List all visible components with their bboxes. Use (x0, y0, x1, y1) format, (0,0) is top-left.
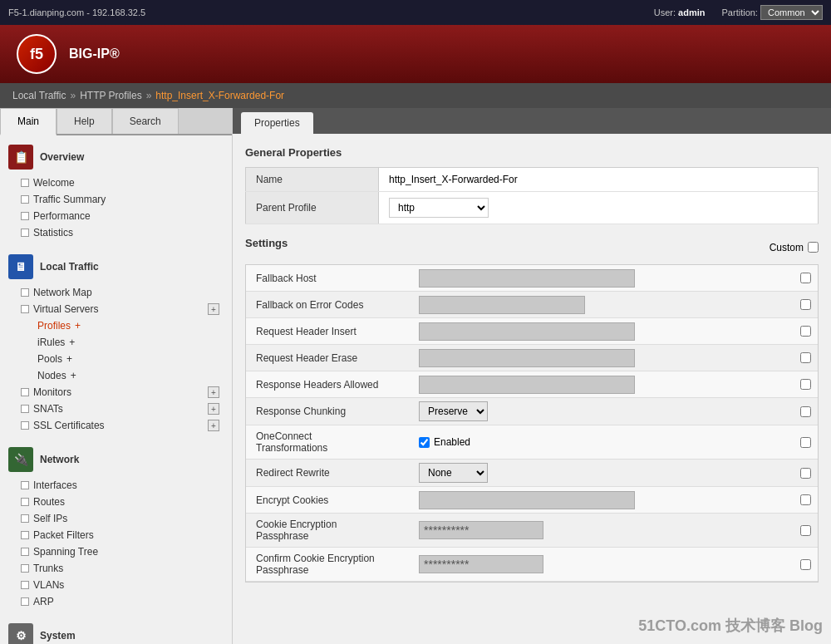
sidebar-item-vlans[interactable]: VLANs (0, 577, 232, 593)
select-redirect-rewrite[interactable]: None All Matching (419, 463, 488, 483)
row-oneconnect: OneConnectTransformations Enabled (246, 425, 818, 460)
check-redirect-rewrite (793, 468, 818, 479)
breadcrumb-current: http_Insert_X-Forwarded-For (155, 90, 284, 101)
cb-resp-chunking[interactable] (800, 406, 811, 417)
sidebar-item-packet-filters[interactable]: Packet Filters (0, 527, 232, 543)
network-icon: 🔌 (8, 447, 33, 472)
label-monitors: Monitors (33, 386, 71, 398)
input-resp-headers-allowed[interactable] (419, 376, 635, 394)
row-resp-chunking: Response Chunking Preserve Unchunk Rechu… (246, 398, 818, 425)
cb-fallback-error[interactable] (800, 299, 811, 310)
expand-snats[interactable]: + (208, 403, 219, 415)
local-traffic-header: 🖥 Local Traffic (0, 249, 232, 284)
cb-oneconnect-custom[interactable] (800, 437, 811, 448)
sidebar-item-spanning-tree[interactable]: Spanning Tree (0, 543, 232, 560)
input-req-header-erase[interactable] (419, 349, 635, 367)
sidebar-item-monitors[interactable]: Monitors + (0, 384, 232, 401)
cb-req-header-insert[interactable] (800, 326, 811, 337)
sidebar-item-profiles[interactable]: Profiles + (0, 317, 232, 334)
sidebar-item-routes[interactable]: Routes (0, 494, 232, 510)
check-req-header-insert (793, 326, 818, 337)
label-performance: Performance (33, 210, 91, 222)
sidebar-item-trunks[interactable]: Trunks (0, 560, 232, 577)
input-fallback-host[interactable] (419, 269, 635, 288)
input-req-header-insert[interactable] (419, 322, 635, 341)
expand-nodes[interactable]: + (71, 370, 76, 381)
input-encrypt-cookies[interactable] (419, 491, 635, 509)
cb-resp-headers-allowed[interactable] (800, 379, 811, 390)
row-fallback-host: Fallback Host (246, 265, 818, 292)
settings-rows: Fallback Host Fallback on Error Codes (245, 264, 819, 583)
sidebar-item-nodes[interactable]: Nodes + (0, 367, 232, 384)
network-section: 🔌 Network Interfaces Routes Self IPs Pac… (0, 438, 232, 614)
cb-encrypt-cookies[interactable] (800, 494, 811, 505)
value-encrypt-cookies (412, 488, 793, 513)
input-cookie-passphrase[interactable]: ********** (419, 521, 543, 539)
tab-properties[interactable]: Properties (241, 112, 313, 134)
label-redirect-rewrite: Redirect Rewrite (246, 462, 412, 484)
breadcrumb-local-traffic[interactable]: Local Traffic (12, 90, 66, 101)
tab-help[interactable]: Help (57, 108, 112, 134)
select-resp-chunking[interactable]: Preserve Unchunk Rechunk (419, 401, 488, 421)
sidebar-item-snats[interactable]: SNATs + (0, 401, 232, 417)
breadcrumb: Local Traffic » HTTP Profiles » http_Ins… (0, 83, 831, 108)
tab-search[interactable]: Search (112, 108, 179, 134)
top-bar-right: User: admin Partition: Common (654, 5, 823, 20)
sidebar-item-virtual-servers[interactable]: Virtual Servers + (0, 301, 232, 317)
check-req-header-erase (793, 352, 818, 363)
label-resp-headers-allowed: Response Headers Allowed (246, 374, 412, 396)
label-pools: Pools (37, 353, 62, 365)
label-resp-chunking: Response Chunking (246, 401, 412, 422)
cb-req-header-erase[interactable] (800, 352, 811, 363)
expand-irules[interactable]: + (69, 337, 75, 348)
sidebar-item-arp[interactable]: ARP (0, 593, 232, 610)
parent-profile-select[interactable]: http (389, 198, 489, 218)
tab-main[interactable]: Main (0, 108, 57, 135)
sidebar-item-performance[interactable]: Performance (0, 208, 232, 224)
cb-redirect-rewrite[interactable] (800, 468, 811, 479)
sidebar-item-ssl-certs[interactable]: SSL Certificates + (0, 417, 232, 434)
input-confirm-passphrase[interactable]: ********** (419, 555, 543, 573)
f5-logo: f5 (17, 34, 57, 74)
sidebar-item-welcome[interactable]: Welcome (0, 175, 232, 191)
expand-pools[interactable]: + (66, 353, 72, 365)
label-spanning-tree: Spanning Tree (33, 546, 98, 558)
general-properties-title: General Properties (245, 146, 819, 159)
settings-header: Settings Custom (245, 237, 819, 258)
sidebar-item-traffic-summary[interactable]: Traffic Summary (0, 191, 232, 208)
bullet-performance (21, 212, 29, 220)
sidebar-item-self-ips[interactable]: Self IPs (0, 510, 232, 527)
cb-oneconnect[interactable] (419, 437, 430, 448)
expand-profiles[interactable]: + (75, 320, 81, 332)
cb-confirm-passphrase[interactable] (800, 559, 811, 570)
label-profiles: Profiles (37, 320, 71, 332)
local-traffic-icon: 🖥 (8, 254, 33, 279)
cb-cookie-passphrase[interactable] (800, 525, 811, 536)
partition-info: Partition: Common (722, 5, 823, 20)
value-resp-headers-allowed (412, 372, 793, 397)
sidebar-item-statistics[interactable]: Statistics (0, 224, 232, 241)
expand-virtual-servers[interactable]: + (208, 303, 219, 315)
check-resp-headers-allowed (793, 379, 818, 390)
partition-select[interactable]: Common (760, 5, 823, 20)
system-section: ⚙ System (0, 614, 232, 644)
expand-ssl[interactable]: + (208, 420, 219, 431)
row-cookie-passphrase: Cookie EncryptionPassphrase ********** (246, 514, 818, 548)
label-enabled: Enabled (434, 436, 470, 448)
input-fallback-error[interactable] (419, 296, 585, 314)
bullet-traffic (21, 195, 29, 204)
check-fallback-error (793, 299, 818, 310)
breadcrumb-http-profiles[interactable]: HTTP Profiles (80, 90, 141, 101)
settings-title: Settings (245, 237, 288, 249)
expand-monitors[interactable]: + (208, 386, 219, 398)
system-title: System (40, 630, 76, 642)
custom-checkbox[interactable] (808, 242, 819, 253)
sidebar-item-irules[interactable]: iRules + (0, 334, 232, 351)
label-ssl-certs: SSL Certificates (33, 420, 105, 431)
sidebar-item-pools[interactable]: Pools + (0, 351, 232, 367)
cb-fallback-host[interactable] (800, 273, 811, 283)
label-irules: iRules (37, 337, 65, 348)
value-fallback-host (412, 266, 793, 291)
sidebar-item-interfaces[interactable]: Interfaces (0, 477, 232, 494)
sidebar-item-network-map[interactable]: Network Map (0, 284, 232, 301)
